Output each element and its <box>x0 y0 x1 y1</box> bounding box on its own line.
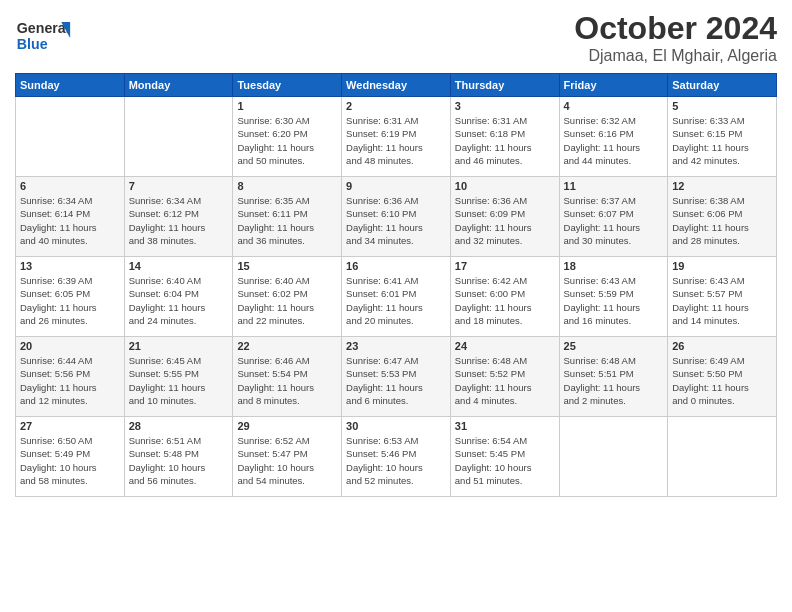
calendar-cell: 12Sunrise: 6:38 AMSunset: 6:06 PMDayligh… <box>668 177 777 257</box>
calendar-cell: 27Sunrise: 6:50 AMSunset: 5:49 PMDayligh… <box>16 417 125 497</box>
day-number: 7 <box>129 180 229 192</box>
day-info: Sunrise: 6:36 AMSunset: 6:10 PMDaylight:… <box>346 194 446 247</box>
day-number: 15 <box>237 260 337 272</box>
header-row: SundayMondayTuesdayWednesdayThursdayFrid… <box>16 74 777 97</box>
day-number: 10 <box>455 180 555 192</box>
page: General Blue October 2024 Djamaa, El Mgh… <box>0 0 792 612</box>
day-number: 17 <box>455 260 555 272</box>
day-info: Sunrise: 6:50 AMSunset: 5:49 PMDaylight:… <box>20 434 120 487</box>
page-subtitle: Djamaa, El Mghair, Algeria <box>574 47 777 65</box>
calendar-week: 6Sunrise: 6:34 AMSunset: 6:14 PMDaylight… <box>16 177 777 257</box>
calendar-cell: 24Sunrise: 6:48 AMSunset: 5:52 PMDayligh… <box>450 337 559 417</box>
calendar-cell: 1Sunrise: 6:30 AMSunset: 6:20 PMDaylight… <box>233 97 342 177</box>
day-number: 25 <box>564 340 664 352</box>
calendar-week: 27Sunrise: 6:50 AMSunset: 5:49 PMDayligh… <box>16 417 777 497</box>
day-number: 13 <box>20 260 120 272</box>
day-info: Sunrise: 6:49 AMSunset: 5:50 PMDaylight:… <box>672 354 772 407</box>
day-number: 8 <box>237 180 337 192</box>
day-number: 18 <box>564 260 664 272</box>
day-number: 6 <box>20 180 120 192</box>
day-number: 31 <box>455 420 555 432</box>
calendar-week: 20Sunrise: 6:44 AMSunset: 5:56 PMDayligh… <box>16 337 777 417</box>
calendar-cell: 16Sunrise: 6:41 AMSunset: 6:01 PMDayligh… <box>342 257 451 337</box>
header-day: Monday <box>124 74 233 97</box>
calendar-cell: 3Sunrise: 6:31 AMSunset: 6:18 PMDaylight… <box>450 97 559 177</box>
title-block: October 2024 Djamaa, El Mghair, Algeria <box>574 10 777 65</box>
calendar-cell <box>124 97 233 177</box>
day-info: Sunrise: 6:40 AMSunset: 6:02 PMDaylight:… <box>237 274 337 327</box>
day-number: 22 <box>237 340 337 352</box>
calendar-cell: 30Sunrise: 6:53 AMSunset: 5:46 PMDayligh… <box>342 417 451 497</box>
header-day: Wednesday <box>342 74 451 97</box>
calendar-cell: 28Sunrise: 6:51 AMSunset: 5:48 PMDayligh… <box>124 417 233 497</box>
logo-svg: General Blue <box>15 10 95 65</box>
calendar-cell: 19Sunrise: 6:43 AMSunset: 5:57 PMDayligh… <box>668 257 777 337</box>
calendar-cell: 31Sunrise: 6:54 AMSunset: 5:45 PMDayligh… <box>450 417 559 497</box>
calendar-cell: 14Sunrise: 6:40 AMSunset: 6:04 PMDayligh… <box>124 257 233 337</box>
calendar-cell <box>16 97 125 177</box>
calendar-header: SundayMondayTuesdayWednesdayThursdayFrid… <box>16 74 777 97</box>
day-number: 29 <box>237 420 337 432</box>
calendar-cell <box>559 417 668 497</box>
day-info: Sunrise: 6:32 AMSunset: 6:16 PMDaylight:… <box>564 114 664 167</box>
calendar-cell: 21Sunrise: 6:45 AMSunset: 5:55 PMDayligh… <box>124 337 233 417</box>
day-number: 4 <box>564 100 664 112</box>
calendar-cell: 18Sunrise: 6:43 AMSunset: 5:59 PMDayligh… <box>559 257 668 337</box>
day-number: 9 <box>346 180 446 192</box>
day-info: Sunrise: 6:43 AMSunset: 5:57 PMDaylight:… <box>672 274 772 327</box>
calendar-cell: 10Sunrise: 6:36 AMSunset: 6:09 PMDayligh… <box>450 177 559 257</box>
day-info: Sunrise: 6:52 AMSunset: 5:47 PMDaylight:… <box>237 434 337 487</box>
day-info: Sunrise: 6:45 AMSunset: 5:55 PMDaylight:… <box>129 354 229 407</box>
day-info: Sunrise: 6:48 AMSunset: 5:51 PMDaylight:… <box>564 354 664 407</box>
calendar-cell: 9Sunrise: 6:36 AMSunset: 6:10 PMDaylight… <box>342 177 451 257</box>
day-info: Sunrise: 6:38 AMSunset: 6:06 PMDaylight:… <box>672 194 772 247</box>
day-number: 19 <box>672 260 772 272</box>
day-number: 12 <box>672 180 772 192</box>
day-number: 28 <box>129 420 229 432</box>
calendar-week: 1Sunrise: 6:30 AMSunset: 6:20 PMDaylight… <box>16 97 777 177</box>
calendar-table: SundayMondayTuesdayWednesdayThursdayFrid… <box>15 73 777 497</box>
day-number: 5 <box>672 100 772 112</box>
calendar-cell: 29Sunrise: 6:52 AMSunset: 5:47 PMDayligh… <box>233 417 342 497</box>
day-number: 27 <box>20 420 120 432</box>
header-day: Tuesday <box>233 74 342 97</box>
header-day: Sunday <box>16 74 125 97</box>
day-info: Sunrise: 6:34 AMSunset: 6:14 PMDaylight:… <box>20 194 120 247</box>
logo: General Blue <box>15 10 95 65</box>
header-day: Friday <box>559 74 668 97</box>
calendar-cell: 20Sunrise: 6:44 AMSunset: 5:56 PMDayligh… <box>16 337 125 417</box>
day-number: 24 <box>455 340 555 352</box>
day-info: Sunrise: 6:37 AMSunset: 6:07 PMDaylight:… <box>564 194 664 247</box>
day-info: Sunrise: 6:39 AMSunset: 6:05 PMDaylight:… <box>20 274 120 327</box>
header-day: Saturday <box>668 74 777 97</box>
day-number: 16 <box>346 260 446 272</box>
calendar-cell: 13Sunrise: 6:39 AMSunset: 6:05 PMDayligh… <box>16 257 125 337</box>
calendar-cell: 4Sunrise: 6:32 AMSunset: 6:16 PMDaylight… <box>559 97 668 177</box>
calendar-cell: 2Sunrise: 6:31 AMSunset: 6:19 PMDaylight… <box>342 97 451 177</box>
day-info: Sunrise: 6:44 AMSunset: 5:56 PMDaylight:… <box>20 354 120 407</box>
day-info: Sunrise: 6:31 AMSunset: 6:18 PMDaylight:… <box>455 114 555 167</box>
day-info: Sunrise: 6:42 AMSunset: 6:00 PMDaylight:… <box>455 274 555 327</box>
day-info: Sunrise: 6:48 AMSunset: 5:52 PMDaylight:… <box>455 354 555 407</box>
day-info: Sunrise: 6:41 AMSunset: 6:01 PMDaylight:… <box>346 274 446 327</box>
calendar-body: 1Sunrise: 6:30 AMSunset: 6:20 PMDaylight… <box>16 97 777 497</box>
day-info: Sunrise: 6:43 AMSunset: 5:59 PMDaylight:… <box>564 274 664 327</box>
day-info: Sunrise: 6:31 AMSunset: 6:19 PMDaylight:… <box>346 114 446 167</box>
calendar-cell: 23Sunrise: 6:47 AMSunset: 5:53 PMDayligh… <box>342 337 451 417</box>
day-info: Sunrise: 6:35 AMSunset: 6:11 PMDaylight:… <box>237 194 337 247</box>
day-info: Sunrise: 6:34 AMSunset: 6:12 PMDaylight:… <box>129 194 229 247</box>
calendar-cell: 22Sunrise: 6:46 AMSunset: 5:54 PMDayligh… <box>233 337 342 417</box>
calendar-cell: 26Sunrise: 6:49 AMSunset: 5:50 PMDayligh… <box>668 337 777 417</box>
day-number: 30 <box>346 420 446 432</box>
day-number: 14 <box>129 260 229 272</box>
calendar-cell: 11Sunrise: 6:37 AMSunset: 6:07 PMDayligh… <box>559 177 668 257</box>
day-info: Sunrise: 6:47 AMSunset: 5:53 PMDaylight:… <box>346 354 446 407</box>
svg-text:Blue: Blue <box>17 36 48 52</box>
day-number: 11 <box>564 180 664 192</box>
calendar-cell: 6Sunrise: 6:34 AMSunset: 6:14 PMDaylight… <box>16 177 125 257</box>
day-info: Sunrise: 6:54 AMSunset: 5:45 PMDaylight:… <box>455 434 555 487</box>
day-number: 23 <box>346 340 446 352</box>
calendar-cell: 17Sunrise: 6:42 AMSunset: 6:00 PMDayligh… <box>450 257 559 337</box>
calendar-cell: 8Sunrise: 6:35 AMSunset: 6:11 PMDaylight… <box>233 177 342 257</box>
day-info: Sunrise: 6:36 AMSunset: 6:09 PMDaylight:… <box>455 194 555 247</box>
